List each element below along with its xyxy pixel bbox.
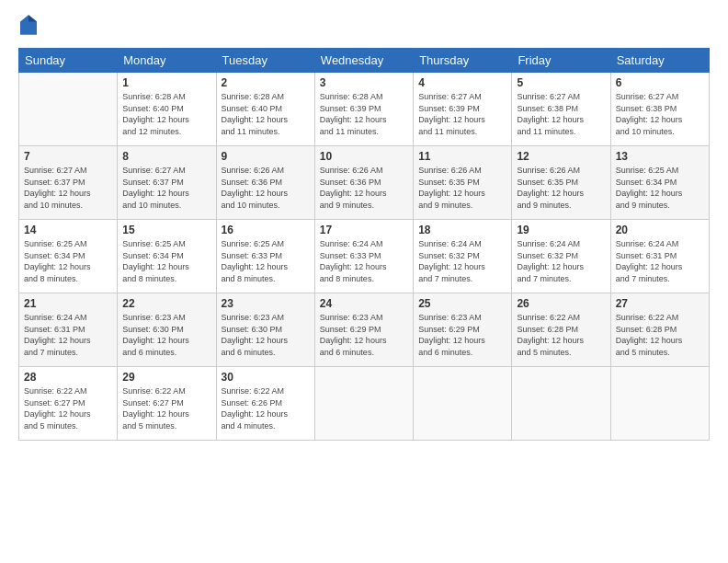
day-info: Sunrise: 6:27 AM Sunset: 6:38 PM Dayligh… [616, 91, 704, 137]
day-number: 20 [616, 224, 704, 236]
weekday-header-saturday: Saturday [610, 49, 709, 73]
day-info: Sunrise: 6:26 AM Sunset: 6:36 PM Dayligh… [320, 165, 408, 211]
calendar-cell: 27Sunrise: 6:22 AM Sunset: 6:28 PM Dayli… [610, 293, 709, 367]
calendar-cell: 17Sunrise: 6:24 AM Sunset: 6:33 PM Dayli… [314, 220, 413, 293]
day-info: Sunrise: 6:27 AM Sunset: 6:37 PM Dayligh… [122, 165, 210, 211]
calendar-cell: 30Sunrise: 6:22 AM Sunset: 6:26 PM Dayli… [216, 367, 314, 441]
day-number: 16 [222, 224, 310, 236]
calendar-cell: 11Sunrise: 6:26 AM Sunset: 6:35 PM Dayli… [414, 146, 512, 220]
calendar-cell [512, 367, 610, 441]
day-info: Sunrise: 6:22 AM Sunset: 6:28 PM Dayligh… [517, 312, 605, 358]
calendar-cell: 16Sunrise: 6:25 AM Sunset: 6:33 PM Dayli… [216, 220, 314, 293]
day-info: Sunrise: 6:28 AM Sunset: 6:39 PM Dayligh… [320, 91, 408, 137]
calendar-week-row: 7Sunrise: 6:27 AM Sunset: 6:37 PM Daylig… [19, 146, 710, 220]
day-info: Sunrise: 6:26 AM Sunset: 6:36 PM Dayligh… [222, 165, 310, 211]
weekday-header-wednesday: Wednesday [314, 49, 413, 73]
day-info: Sunrise: 6:23 AM Sunset: 6:29 PM Dayligh… [418, 312, 506, 358]
calendar-cell: 4Sunrise: 6:27 AM Sunset: 6:39 PM Daylig… [414, 73, 512, 146]
day-number: 25 [418, 297, 506, 310]
day-info: Sunrise: 6:24 AM Sunset: 6:32 PM Dayligh… [418, 238, 506, 284]
day-number: 29 [122, 371, 210, 384]
calendar-cell: 2Sunrise: 6:28 AM Sunset: 6:40 PM Daylig… [216, 73, 314, 146]
calendar-cell: 28Sunrise: 6:22 AM Sunset: 6:27 PM Dayli… [19, 367, 118, 441]
calendar-cell: 19Sunrise: 6:24 AM Sunset: 6:32 PM Dayli… [512, 220, 610, 293]
calendar-week-row: 1Sunrise: 6:28 AM Sunset: 6:40 PM Daylig… [19, 73, 710, 146]
logo-icon [20, 15, 37, 35]
calendar-week-row: 28Sunrise: 6:22 AM Sunset: 6:27 PM Dayli… [19, 367, 710, 441]
day-info: Sunrise: 6:25 AM Sunset: 6:34 PM Dayligh… [616, 165, 704, 211]
calendar-cell: 5Sunrise: 6:27 AM Sunset: 6:38 PM Daylig… [512, 73, 610, 146]
calendar-cell [314, 367, 413, 441]
day-info: Sunrise: 6:24 AM Sunset: 6:31 PM Dayligh… [616, 238, 704, 284]
day-number: 21 [24, 297, 112, 310]
day-info: Sunrise: 6:26 AM Sunset: 6:35 PM Dayligh… [418, 165, 506, 211]
day-info: Sunrise: 6:26 AM Sunset: 6:35 PM Dayligh… [517, 165, 605, 211]
weekday-header-tuesday: Tuesday [216, 49, 314, 73]
day-number: 19 [517, 224, 605, 236]
day-number: 4 [418, 76, 506, 89]
calendar-week-row: 14Sunrise: 6:25 AM Sunset: 6:34 PM Dayli… [19, 220, 710, 293]
day-info: Sunrise: 6:24 AM Sunset: 6:32 PM Dayligh… [517, 238, 605, 284]
calendar-cell [610, 367, 709, 441]
day-number: 5 [517, 76, 605, 89]
day-number: 3 [320, 76, 408, 89]
day-number: 22 [122, 297, 210, 310]
day-info: Sunrise: 6:22 AM Sunset: 6:26 PM Dayligh… [222, 385, 310, 431]
day-number: 28 [24, 371, 112, 384]
day-info: Sunrise: 6:23 AM Sunset: 6:30 PM Dayligh… [222, 312, 310, 358]
day-info: Sunrise: 6:27 AM Sunset: 6:39 PM Dayligh… [418, 91, 506, 137]
svg-marker-1 [28, 15, 37, 21]
calendar-cell: 29Sunrise: 6:22 AM Sunset: 6:27 PM Dayli… [118, 367, 216, 441]
calendar-cell: 26Sunrise: 6:22 AM Sunset: 6:28 PM Dayli… [512, 293, 610, 367]
calendar-cell: 12Sunrise: 6:26 AM Sunset: 6:35 PM Dayli… [512, 146, 610, 220]
calendar-cell: 13Sunrise: 6:25 AM Sunset: 6:34 PM Dayli… [610, 146, 709, 220]
day-info: Sunrise: 6:25 AM Sunset: 6:34 PM Dayligh… [122, 238, 210, 284]
header [18, 15, 710, 39]
day-info: Sunrise: 6:22 AM Sunset: 6:27 PM Dayligh… [24, 385, 112, 431]
day-number: 30 [222, 371, 310, 384]
day-info: Sunrise: 6:27 AM Sunset: 6:37 PM Dayligh… [24, 165, 112, 211]
day-number: 1 [122, 76, 210, 89]
calendar-cell: 9Sunrise: 6:26 AM Sunset: 6:36 PM Daylig… [216, 146, 314, 220]
weekday-header-monday: Monday [118, 49, 216, 73]
day-info: Sunrise: 6:24 AM Sunset: 6:33 PM Dayligh… [320, 238, 408, 284]
day-number: 13 [616, 150, 704, 163]
day-number: 10 [320, 150, 408, 163]
day-number: 27 [616, 297, 704, 310]
weekday-header-row: SundayMondayTuesdayWednesdayThursdayFrid… [19, 49, 710, 73]
calendar-cell: 6Sunrise: 6:27 AM Sunset: 6:38 PM Daylig… [610, 73, 709, 146]
day-number: 8 [122, 150, 210, 163]
day-number: 15 [122, 224, 210, 236]
calendar-cell: 3Sunrise: 6:28 AM Sunset: 6:39 PM Daylig… [314, 73, 413, 146]
day-info: Sunrise: 6:24 AM Sunset: 6:31 PM Dayligh… [24, 312, 112, 358]
calendar-cell: 18Sunrise: 6:24 AM Sunset: 6:32 PM Dayli… [414, 220, 512, 293]
calendar-cell [414, 367, 512, 441]
calendar-cell: 1Sunrise: 6:28 AM Sunset: 6:40 PM Daylig… [118, 73, 216, 146]
calendar-table: SundayMondayTuesdayWednesdayThursdayFrid… [18, 48, 710, 441]
day-number: 7 [24, 150, 112, 163]
day-number: 26 [517, 297, 605, 310]
weekday-header-sunday: Sunday [19, 49, 118, 73]
day-number: 17 [320, 224, 408, 236]
calendar-cell: 23Sunrise: 6:23 AM Sunset: 6:30 PM Dayli… [216, 293, 314, 367]
day-info: Sunrise: 6:27 AM Sunset: 6:38 PM Dayligh… [517, 91, 605, 137]
day-number: 2 [222, 76, 310, 89]
day-number: 18 [418, 224, 506, 236]
day-number: 23 [222, 297, 310, 310]
day-number: 9 [222, 150, 310, 163]
day-info: Sunrise: 6:22 AM Sunset: 6:27 PM Dayligh… [122, 385, 210, 431]
day-info: Sunrise: 6:25 AM Sunset: 6:33 PM Dayligh… [222, 238, 310, 284]
page: SundayMondayTuesdayWednesdayThursdayFrid… [0, 0, 728, 563]
day-number: 14 [24, 224, 112, 236]
weekday-header-thursday: Thursday [414, 49, 512, 73]
day-info: Sunrise: 6:23 AM Sunset: 6:30 PM Dayligh… [122, 312, 210, 358]
day-number: 12 [517, 150, 605, 163]
calendar-cell: 21Sunrise: 6:24 AM Sunset: 6:31 PM Dayli… [19, 293, 118, 367]
calendar-cell: 7Sunrise: 6:27 AM Sunset: 6:37 PM Daylig… [19, 146, 118, 220]
calendar-cell: 22Sunrise: 6:23 AM Sunset: 6:30 PM Dayli… [118, 293, 216, 367]
day-number: 6 [616, 76, 704, 89]
calendar-cell: 25Sunrise: 6:23 AM Sunset: 6:29 PM Dayli… [414, 293, 512, 367]
calendar-cell: 8Sunrise: 6:27 AM Sunset: 6:37 PM Daylig… [118, 146, 216, 220]
calendar-week-row: 21Sunrise: 6:24 AM Sunset: 6:31 PM Dayli… [19, 293, 710, 367]
day-info: Sunrise: 6:22 AM Sunset: 6:28 PM Dayligh… [616, 312, 704, 358]
